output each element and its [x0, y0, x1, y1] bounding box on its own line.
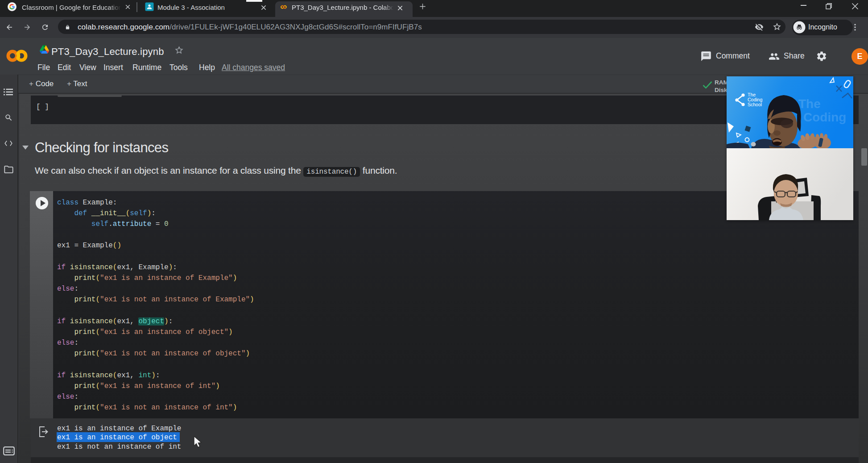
svg-text:School: School [748, 102, 762, 107]
svg-text:Coding: Coding [803, 110, 846, 124]
svg-text:The: The [798, 97, 821, 111]
